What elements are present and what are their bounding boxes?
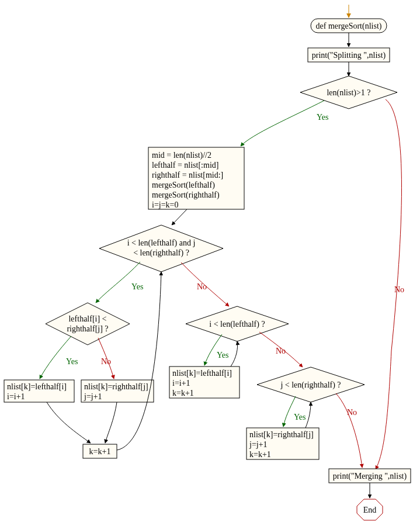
mid-l3: righthalf = nlist[mid:] <box>152 171 223 179</box>
mid-l5: mergeSort(righthalf) <box>152 191 220 200</box>
node-cond-j: j < len(righthalf) ? <box>257 367 365 402</box>
edge-asgnright-to-kinc <box>105 402 117 443</box>
blk-i-l1: nlist[k]=lefthalf[i] <box>172 369 232 378</box>
node-cond-i: i < len(lefthalf) ? <box>186 306 289 341</box>
k-inc-text: k=k+1 <box>89 447 111 456</box>
cond-i-text: i < len(lefthalf) ? <box>209 320 265 329</box>
blk-i-l2: i=i+1 <box>172 379 190 388</box>
node-print-split: print("Splitting ",nlist) <box>308 48 390 62</box>
edge-j-no <box>336 393 362 468</box>
blk-i-l3: k=k+1 <box>172 389 194 397</box>
cond-ij-l2: < len(righthalf) ? <box>133 248 189 258</box>
edge-blki-loop <box>231 341 238 367</box>
label-no-i: No <box>276 347 286 355</box>
mid-l6: i=j=k=0 <box>152 200 178 209</box>
end-text: End <box>363 506 377 514</box>
edge-j-yes <box>283 396 296 427</box>
cond-lt-l2: righthalf[j] ? <box>67 324 108 333</box>
flowchart-canvas: def mergeSort(nlist) print("Splitting ",… <box>0 0 420 529</box>
mid-l2: lefthalf = nlist[:mid] <box>152 161 218 170</box>
cond-j-text: j < len(righthalf) ? <box>280 381 341 390</box>
asgn-right-l1: nlist[k]=righthalf[j] <box>84 382 148 391</box>
asgn-left-l1: nlist[k]=lefthalf[i] <box>7 382 67 391</box>
edge-len-yes <box>241 101 324 146</box>
node-blk-i: nlist[k]=lefthalf[i] i=i+1 k=k+1 <box>169 367 239 398</box>
edge-kinc-loop <box>117 272 161 450</box>
asgn-left-l2: i=i+1 <box>7 392 25 401</box>
node-asgn-left: nlist[k]=lefthalf[i] i=i+1 <box>4 380 74 402</box>
node-block-mid: mid = len(nlist)//2 lefthalf = nlist[:mi… <box>148 147 244 209</box>
edge-blkj-loop <box>306 402 311 428</box>
label-yes-len: Yes <box>317 113 328 122</box>
node-cond-ij: i < len(lefthalf) and j < len(righthalf)… <box>99 225 223 272</box>
node-cond-lt: lefthalf[i] < righthalf[j] ? <box>46 303 130 345</box>
cond-ij-l1: i < len(lefthalf) and j <box>127 238 196 248</box>
edge-len-no <box>376 99 402 469</box>
asgn-right-l2: j=j+1 <box>84 392 102 401</box>
label-no-lt: No <box>101 357 111 366</box>
func-def-text: def mergeSort(nlist) <box>316 22 382 31</box>
mid-l4: mergeSort(lefthalf) <box>152 181 215 190</box>
blk-j-l2: j=j+1 <box>249 440 268 449</box>
node-blk-j: nlist[k]=righthalf[j] j=j+1 k=k+1 <box>247 428 319 459</box>
edge-mid-to-cond-ij <box>172 209 187 225</box>
cond-lt-l1: lefthalf[i] < <box>68 314 106 323</box>
print-split-text: print("Splitting ",nlist) <box>312 51 386 60</box>
label-no-len: No <box>394 285 404 294</box>
label-yes-ij: Yes <box>131 282 143 291</box>
node-end: End <box>357 499 383 520</box>
print-merge-text: print("Merging ",nlist) <box>333 472 407 481</box>
node-print-merge: print("Merging ",nlist) <box>329 469 411 483</box>
cond-len-text: len(nlist)>1 ? <box>327 88 370 98</box>
node-cond-len: len(nlist)>1 ? <box>300 76 397 109</box>
label-no-j: No <box>347 408 357 417</box>
edge-asgnleft-to-kinc <box>47 402 91 443</box>
label-yes-i: Yes <box>217 351 228 359</box>
node-k-inc: k=k+1 <box>83 444 117 458</box>
blk-j-l1: nlist[k]=righthalf[j] <box>249 430 314 439</box>
edge-i-yes <box>204 334 222 365</box>
node-asgn-right: nlist[k]=righthalf[j] j=j+1 <box>81 380 154 402</box>
label-no-ij: No <box>197 282 207 291</box>
blk-j-l3: k=k+1 <box>249 450 271 459</box>
svg-marker-5 <box>46 303 130 345</box>
mid-l1: mid = len(nlist)//2 <box>152 151 211 160</box>
label-yes-lt: Yes <box>66 357 78 366</box>
label-yes-j: Yes <box>294 413 306 421</box>
node-func-def: def mergeSort(nlist) <box>311 19 387 33</box>
